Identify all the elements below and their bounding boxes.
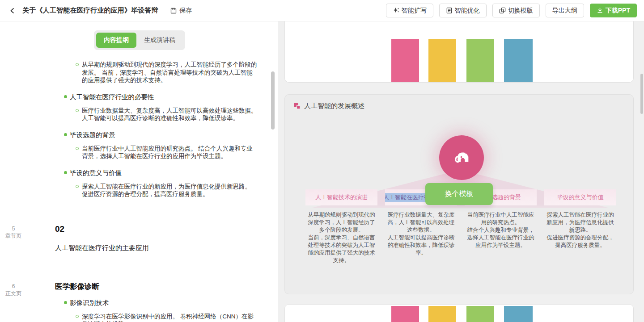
save-icon: [170, 7, 177, 14]
outline-subitem[interactable]: 医疗行业数据量大、复杂度高，人工智能可以高效处理这些数据。 人工智能可以提高医疗…: [76, 107, 258, 122]
color-bar-blue: [504, 39, 533, 82]
page-number: 5: [2, 225, 25, 232]
outline-bullet[interactable]: 人工智能在医疗行业的必要性: [64, 93, 258, 101]
section-number[interactable]: 02: [55, 224, 277, 234]
page-type-label: 章节页: [2, 232, 25, 239]
download-ppt-label: 下载PPT: [606, 7, 630, 15]
outline-subitem[interactable]: 深度学习在医学影像识别中的应用。 卷积神经网络（CNN）在影像诊断中的优势。: [76, 313, 258, 322]
page-gutter: 6 正文页: [2, 283, 25, 297]
color-bar-blue: [504, 306, 533, 322]
color-bar-yellow: [428, 306, 456, 322]
column-text-line: 探索人工智能在医疗行业的新应用，为医疗信息化提供新思路。: [544, 211, 616, 234]
slide-preview-panel: 人工智能的发展概述 人工智能技术的演进 从早期的规则驱动到现代的深度学习，人工智…: [278, 21, 644, 322]
outline-subitem[interactable]: 探索人工智能在医疗行业的新应用，为医疗信息化提供新思路。 促进医疗资源的合理分配…: [76, 183, 258, 198]
column-text-line: 医疗行业数据量大、复杂度高，人工智能可以高效处理这些数据。: [385, 211, 457, 234]
color-bar-green: [466, 306, 494, 322]
outline-bullet[interactable]: 影像识别技术: [64, 299, 258, 307]
sparkle-icon: [393, 7, 399, 14]
ai-optimize-label: 智能优化: [455, 7, 480, 15]
color-bar-pink: [391, 306, 419, 322]
tab-content-outline[interactable]: 内容提纲: [96, 33, 136, 48]
outline-scrollbar-thumb[interactable]: [271, 71, 275, 130]
slide-heading[interactable]: 医学影像诊断: [55, 282, 277, 292]
outline-list: 从早期的规则驱动到现代的深度学习，人工智能经历了多个阶段的发展。 当前，深度学习…: [0, 61, 277, 198]
download-icon: [597, 7, 603, 14]
page-type-label: 正文页: [2, 290, 25, 297]
column-title: 毕设的意义与价值: [557, 193, 604, 201]
tab-generate-speech[interactable]: 生成演讲稿: [136, 33, 183, 48]
column-title: 人工智能技术的演进: [315, 193, 368, 201]
document-edit-icon: [446, 7, 453, 14]
slide-column-1[interactable]: 人工智能技术的演进 从早期的规则驱动到现代的深度学习，人工智能经历了多个阶段的发…: [305, 189, 377, 264]
column-text-line: 当前医疗行业中人工智能应用的研究热点。: [465, 211, 537, 226]
change-template-button[interactable]: 换个模板: [425, 183, 493, 205]
top-toolbar: 关于《人工智能在医疗行业的应用》毕设答辩 保存 智能扩写 智能优化 切换模版: [0, 0, 644, 21]
ai-expand-button[interactable]: 智能扩写: [386, 4, 433, 17]
column-text-line: 当前，深度学习、自然语言处理等技术的突破为人工智能的应用提供了强大的技术支持。: [305, 234, 377, 264]
outline-subitem[interactable]: 从早期的规则驱动到现代的深度学习，人工智能经历了多个阶段的发展。 当前，深度学习…: [76, 61, 258, 84]
section-title[interactable]: 人工智能在医疗行业的主要应用: [55, 244, 277, 252]
ai-optimize-button[interactable]: 智能优化: [439, 4, 487, 17]
slide-card-current[interactable]: 人工智能的发展概述 人工智能技术的演进 从早期的规则驱动到现代的深度学习，人工智…: [284, 94, 634, 294]
outline-tabs: 内容提纲 生成演讲稿: [94, 30, 185, 50]
outline-panel: 内容提纲 生成演讲稿 从早期的规则驱动到现代的深度学习，人工智能经历了多个阶段的…: [0, 21, 277, 322]
switch-template-label: 切换模版: [508, 7, 533, 15]
export-outline-label: 导出大纲: [552, 7, 577, 15]
slide-title: 人工智能的发展概述: [304, 102, 364, 110]
slide-card-previous[interactable]: [284, 21, 634, 83]
export-outline-button[interactable]: 导出大纲: [546, 4, 584, 17]
elephant-icon: [451, 147, 472, 168]
back-button[interactable]: [7, 5, 18, 16]
save-button[interactable]: 保存: [170, 7, 192, 15]
column-text-line: 结合个人兴趣和专业背景，选择人工智能在医疗行业的应用作为毕设主题。: [465, 226, 537, 249]
elephant-badge: [439, 135, 484, 180]
page-gutter: 5 章节页: [2, 225, 25, 239]
ai-expand-label: 智能扩写: [402, 7, 427, 15]
save-label: 保存: [179, 7, 192, 15]
switch-template-button[interactable]: 切换模版: [492, 4, 540, 17]
outline-page-6: 6 正文页 医学影像诊断 影像识别技术 深度学习在医学影像识别中的应用。 卷积神…: [0, 282, 277, 322]
outline-bullet[interactable]: 毕设选题的背景: [64, 131, 258, 139]
outline-page-5: 5 章节页 02 人工智能在医疗行业的主要应用: [0, 224, 277, 252]
preview-scrollbar-thumb[interactable]: [640, 74, 643, 114]
column-text-line: 促进医疗资源的合理分配，提高医疗服务质量。: [544, 234, 616, 249]
color-bar-pink: [391, 39, 419, 82]
slide-card-next[interactable]: [284, 304, 634, 322]
color-bar-green: [466, 39, 494, 82]
download-ppt-button[interactable]: 下载PPT: [590, 4, 637, 17]
color-bar-yellow: [428, 39, 456, 82]
overlapping-squares-icon: [499, 7, 506, 14]
document-title: 关于《人工智能在医疗行业的应用》毕设答辩: [22, 6, 158, 15]
page-number: 6: [2, 283, 25, 290]
pink-squares-icon: [294, 103, 301, 109]
outline-subitem[interactable]: 当前医疗行业中人工智能应用的研究热点。 结合个人兴趣和专业背景，选择人工智能在医…: [76, 145, 258, 160]
outline-bullet[interactable]: 毕设的意义与价值: [64, 169, 258, 177]
column-text-line: 人工智能可以提高医疗诊断的准确性和效率，降低误诊率。: [385, 234, 457, 257]
column-text-line: 从早期的规则驱动到现代的深度学习，人工智能经历了多个阶段的发展。: [305, 211, 377, 234]
chevron-left-icon: [9, 7, 16, 14]
slide-column-4[interactable]: 毕设的意义与价值 探索人工智能在医疗行业的新应用，为医疗信息化提供新思路。 促进…: [544, 189, 616, 264]
